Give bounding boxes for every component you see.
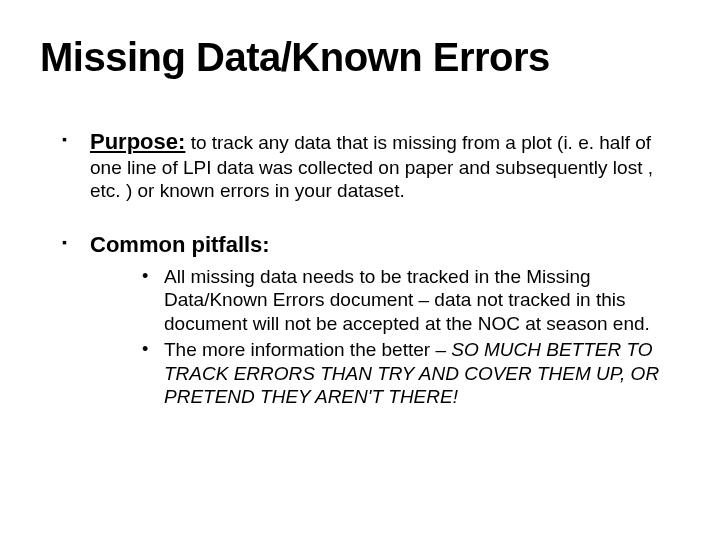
slide-title: Missing Data/Known Errors: [40, 35, 680, 80]
slide: Missing Data/Known Errors Purpose: to tr…: [0, 0, 720, 540]
slide-body: Purpose: to track any data that is missi…: [40, 128, 680, 409]
list-item: The more information the better – SO MUC…: [142, 338, 680, 409]
pitfalls-label: Common pitfalls:: [90, 232, 270, 257]
bullet-purpose: Purpose: to track any data that is missi…: [60, 128, 680, 203]
pitfalls-sublist: All missing data needs to be tracked in …: [90, 265, 680, 410]
pitfall-2-pre: The more information the better –: [164, 339, 451, 360]
bullet-pitfalls: Common pitfalls: All missing data needs …: [60, 231, 680, 409]
purpose-label: Purpose:: [90, 129, 185, 154]
pitfall-1-text: All missing data needs to be tracked in …: [164, 266, 650, 335]
list-item: All missing data needs to be tracked in …: [142, 265, 680, 336]
